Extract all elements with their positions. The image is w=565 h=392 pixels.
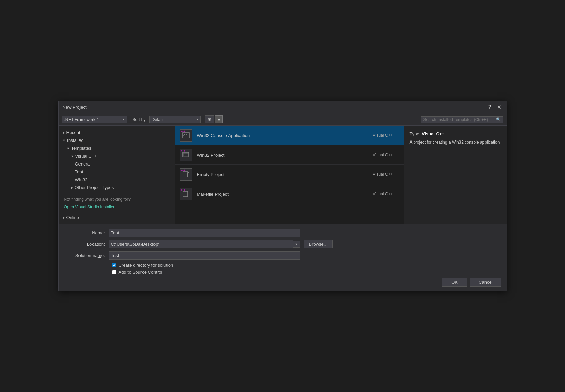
sidebar-item-label: Templates <box>71 146 91 151</box>
sidebar-item-test[interactable]: Test <box>59 168 175 176</box>
project-name: Win32 Project <box>197 152 359 158</box>
sidebar: ▶ Recent ▼ Installed ▼ Templates ▼ Visua… <box>59 126 175 224</box>
svg-text:C:\: C:\ <box>183 134 187 137</box>
project-item-win32[interactable]: ✦✦ Win32 Project Visual C++ <box>175 145 404 165</box>
svg-rect-3 <box>183 153 188 156</box>
gear-badge-icon: ✦✦ <box>180 188 186 192</box>
bottom-section: Name: Location: ▼ Browse... Solution nam… <box>59 224 507 291</box>
source-control-checkbox-label[interactable]: Add to Source Control <box>112 270 501 275</box>
source-control-checkbox[interactable] <box>112 270 116 274</box>
ok-button[interactable]: OK <box>442 278 467 287</box>
sidebar-item-visual-cpp[interactable]: ▼ Visual C++ <box>59 152 175 160</box>
sidebar-item-other-project-types[interactable]: ▶ Other Project Types <box>59 184 175 192</box>
project-lang: Visual C++ <box>359 172 400 177</box>
view-buttons: ⊞ ≡ <box>205 115 223 123</box>
sidebar-item-recent[interactable]: ▶ Recent <box>59 128 175 136</box>
project-name: Win32 Console Application <box>197 133 359 138</box>
sidebar-item-label: Other Project Types <box>75 185 114 190</box>
type-value: Visual C++ <box>422 131 444 136</box>
framework-select-wrapper: .NET Framework 4 .NET Framework 3.5 .NET… <box>62 116 127 123</box>
svg-rect-6 <box>188 173 189 177</box>
svg-rect-4 <box>183 172 188 177</box>
info-description: A project for creating a Win32 console a… <box>410 139 501 145</box>
button-row: OK Cancel <box>64 278 501 287</box>
location-dropdown-icon[interactable]: ▼ <box>293 241 300 248</box>
sidebar-item-templates[interactable]: ▼ Templates <box>59 144 175 152</box>
location-input[interactable] <box>109 240 293 248</box>
project-item-win32-console[interactable]: ✦✦ C:\ Win32 Console Application Visual … <box>175 126 404 145</box>
sidebar-item-label: Online <box>66 215 79 220</box>
project-name: Makefile Project <box>197 192 359 197</box>
search-input[interactable] <box>423 117 495 122</box>
info-type-label: Type: Visual C++ <box>410 131 501 136</box>
open-installer-link[interactable]: Open Visual Studio Installer <box>59 203 175 211</box>
project-lang: Visual C++ <box>359 152 400 157</box>
sidebar-item-label: General <box>75 161 91 167</box>
create-dir-checkbox[interactable] <box>112 263 116 267</box>
new-project-dialog: New Project ? ✕ .NET Framework 4 .NET Fr… <box>58 101 507 291</box>
project-icon-win32-console: ✦✦ C:\ <box>179 128 193 142</box>
search-bar: 🔍 <box>421 116 503 123</box>
not-finding-text: Not finding what you are looking for? <box>59 192 175 203</box>
checkboxes-row: Create directory for solution Add to Sou… <box>112 262 501 275</box>
solution-label: Solution name: <box>64 253 109 258</box>
arrow-icon: ▼ <box>67 147 70 150</box>
sort-select-wrapper: Default Name Type Date Modified <box>149 116 201 123</box>
sidebar-item-general[interactable]: General <box>59 160 175 168</box>
sidebar-item-win32[interactable]: Win32 <box>59 176 175 184</box>
create-dir-label: Create directory for solution <box>119 262 173 268</box>
view-grid-button[interactable]: ⊞ <box>205 115 214 123</box>
name-label: Name: <box>64 230 109 235</box>
gear-badge-icon: ✦✦ <box>180 169 186 172</box>
sidebar-item-online[interactable]: ▶ Online <box>59 213 175 221</box>
gear-badge-icon: ✦✦ <box>180 149 186 153</box>
arrow-icon: ▶ <box>63 131 65 134</box>
toolbar: .NET Framework 4 .NET Framework 3.5 .NET… <box>59 113 507 126</box>
project-name: Empty Project <box>197 172 359 177</box>
name-row: Name: <box>64 229 501 237</box>
source-control-label: Add to Source Control <box>119 270 162 275</box>
framework-select[interactable]: .NET Framework 4 .NET Framework 3.5 .NET… <box>62 116 127 123</box>
sort-select[interactable]: Default Name Type Date Modified <box>149 116 201 123</box>
title-bar-actions: ? ✕ <box>487 104 503 110</box>
solution-input[interactable] <box>109 251 300 260</box>
help-button[interactable]: ? <box>487 104 493 110</box>
arrow-icon: ▶ <box>71 186 73 189</box>
name-input[interactable] <box>109 229 300 237</box>
project-icon-win32: ✦✦ <box>179 148 193 162</box>
location-input-wrapper: ▼ <box>109 240 300 248</box>
location-label: Location: <box>64 242 109 247</box>
dialog-title: New Project <box>63 105 87 110</box>
browse-button[interactable]: Browse... <box>304 240 333 248</box>
title-bar: New Project ? ✕ <box>59 101 507 113</box>
type-key: Type: <box>410 131 421 136</box>
main-body: ▶ Recent ▼ Installed ▼ Templates ▼ Visua… <box>59 126 507 224</box>
project-lang: Visual C++ <box>359 133 400 138</box>
arrow-icon: ▼ <box>71 155 74 158</box>
cancel-button[interactable]: Cancel <box>470 278 501 287</box>
create-dir-checkbox-label[interactable]: Create directory for solution <box>112 262 501 268</box>
sortby-label: Sort by: <box>133 117 147 122</box>
location-row: Location: ▼ Browse... <box>64 240 501 248</box>
close-button[interactable]: ✕ <box>495 104 503 110</box>
solution-name-row: Solution name: <box>64 251 501 260</box>
arrow-icon: ▶ <box>63 216 65 219</box>
view-list-button[interactable]: ≡ <box>215 115 223 123</box>
project-icon-makefile: ✦✦ <box>179 187 193 201</box>
gear-badge-icon: ✦✦ <box>180 130 186 133</box>
sidebar-item-installed[interactable]: ▼ Installed <box>59 136 175 144</box>
project-lang: Visual C++ <box>359 192 400 196</box>
project-item-empty[interactable]: ✦✦ Empty Project Visual C++ <box>175 165 404 184</box>
sidebar-item-label: Recent <box>66 130 81 135</box>
search-icon: 🔍 <box>496 117 501 122</box>
project-icon-empty: ✦✦ <box>179 168 193 181</box>
arrow-icon: ▼ <box>63 139 66 142</box>
sidebar-item-label: Test <box>75 169 83 174</box>
info-panel: Type: Visual C++ A project for creating … <box>404 126 507 224</box>
project-item-makefile[interactable]: ✦✦ Makefile Project Visual C++ <box>175 184 404 204</box>
sidebar-item-label: Visual C++ <box>75 154 97 159</box>
sidebar-item-label: Installed <box>67 138 83 143</box>
project-list: ✦✦ C:\ Win32 Console Application Visual … <box>175 126 404 224</box>
sidebar-item-label: Win32 <box>75 177 88 182</box>
